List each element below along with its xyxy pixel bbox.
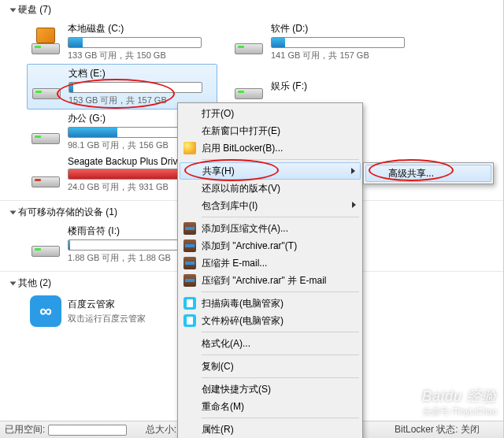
- menu-separator: [202, 354, 359, 355]
- menu-label: 包含到库中(I): [202, 199, 258, 213]
- expand-icon: [10, 281, 17, 285]
- menu-label: 压缩到 "Archive.rar" 并 E-mail: [202, 274, 327, 288]
- menu-label: 在新窗口中打开(E): [202, 124, 280, 138]
- menu-include-library[interactable]: 包含到库中(I): [180, 197, 361, 214]
- drive-icon: [30, 26, 61, 58]
- menu-label: 格式化(A)...: [202, 337, 250, 351]
- menu-separator: [202, 291, 359, 292]
- menu-open[interactable]: 打开(O): [180, 105, 361, 122]
- shield-icon: [183, 142, 196, 154]
- menu-format[interactable]: 格式化(A)...: [180, 335, 361, 352]
- drive-icon: [30, 116, 61, 147]
- drive-label: 文档 (E:): [69, 67, 213, 82]
- menu-share[interactable]: 共享(H): [180, 162, 361, 180]
- menu-label: 创建快捷方式(S): [202, 383, 271, 396]
- menu-separator: [202, 418, 359, 418]
- drive-meta: 141 GB 可用，共 157 GB: [271, 50, 417, 61]
- context-menu: 打开(O) 在新窗口中打开(E) 启用 BitLocker(B)... 共享(H…: [177, 102, 363, 438]
- submenu-advanced-share[interactable]: 高级共享...: [365, 165, 491, 182]
- drive-label: 娱乐 (F:): [271, 80, 417, 95]
- drive-label: 软件 (D:): [271, 22, 417, 37]
- menu-label: 属性(R): [202, 423, 234, 436]
- drive-icon: [30, 228, 61, 260]
- menu-label: 扫描病毒(电脑管家): [202, 297, 284, 310]
- archive-icon: [183, 239, 196, 252]
- expand-icon: [10, 210, 17, 214]
- drive-meta: 133 GB 可用，共 150 GB: [68, 50, 214, 61]
- menu-scan-virus[interactable]: 扫描病毒(电脑管家): [180, 295, 361, 312]
- archive-icon: [183, 274, 196, 287]
- watermark: Baidu 经验 头条号 /TinyLiChao: [422, 387, 497, 418]
- archive-icon: [183, 222, 196, 235]
- chevron-right-icon: [351, 168, 355, 174]
- chevron-right-icon: [352, 202, 356, 208]
- menu-bitlocker[interactable]: 启用 BitLocker(B)...: [180, 139, 361, 157]
- drive-c[interactable]: 本地磁盘 (C:) 133 GB 可用，共 150 GB: [27, 20, 217, 64]
- watermark-text: Baidu 经验: [422, 387, 497, 406]
- menu-label: 添加到 "Archive.rar"(T): [202, 239, 297, 253]
- menu-add-rar[interactable]: 添加到 "Archive.rar"(T): [180, 237, 361, 254]
- drive-icon: [233, 71, 265, 102]
- archive-icon: [183, 257, 196, 269]
- menu-label: 共享(H): [202, 165, 235, 178]
- drive-icon: [233, 26, 265, 58]
- menu-label: 打开(O): [202, 107, 234, 121]
- drive-icon: [30, 159, 61, 191]
- menu-create-shortcut[interactable]: 创建快捷方式(S): [180, 380, 361, 398]
- usage-bar: [271, 37, 405, 48]
- menu-open-new-window[interactable]: 在新窗口中打开(E): [180, 122, 361, 139]
- menu-properties[interactable]: 属性(R): [180, 421, 361, 438]
- shield-icon: [183, 314, 196, 327]
- menu-rename[interactable]: 重命名(M): [180, 398, 361, 415]
- status-text: 已用空间:: [5, 424, 45, 435]
- watermark-text: 头条号 /TinyLiChao: [422, 406, 497, 418]
- section-title: 有可移动存储的设备 (1): [18, 206, 117, 219]
- status-bitlocker: BitLocker 状态: 关闭: [395, 423, 480, 436]
- menu-label: 重命名(M): [202, 400, 244, 414]
- menu-zip-rar-email[interactable]: 压缩到 "Archive.rar" 并 E-mail: [180, 272, 361, 289]
- menu-separator: [202, 217, 359, 217]
- menu-separator: [202, 332, 359, 332]
- section-header-hdd[interactable]: 硬盘 (7): [0, 0, 503, 20]
- menu-separator: [202, 377, 359, 378]
- menu-label: 添加到压缩文件(A)...: [202, 222, 288, 236]
- menu-label: 高级共享...: [388, 167, 434, 180]
- status-usage-bar: [48, 425, 127, 436]
- baidu-cloud-icon: ∞: [30, 295, 61, 327]
- menu-file-shred[interactable]: 文件粉碎(电脑管家): [180, 312, 361, 329]
- drive-label: 本地磁盘 (C:): [68, 22, 214, 37]
- drive-d[interactable]: 软件 (D:) 141 GB 可用，共 157 GB: [230, 20, 421, 64]
- menu-label: 压缩并 E-mail...: [202, 257, 267, 270]
- drive-icon: [31, 71, 62, 102]
- menu-add-archive[interactable]: 添加到压缩文件(A)...: [180, 220, 361, 237]
- expand-icon: [10, 8, 17, 12]
- section-title: 硬盘 (7): [18, 3, 51, 17]
- menu-restore-versions[interactable]: 还原以前的版本(V): [180, 180, 361, 197]
- share-submenu: 高级共享...: [363, 162, 494, 184]
- menu-zip-email[interactable]: 压缩并 E-mail...: [180, 254, 361, 272]
- menu-label: 复制(C): [202, 360, 234, 373]
- usage-bar: [69, 82, 202, 93]
- menu-copy[interactable]: 复制(C): [180, 358, 361, 375]
- menu-separator: [202, 159, 359, 160]
- usage-bar: [68, 37, 202, 48]
- section-title: 其他 (2): [18, 277, 51, 290]
- menu-label: 文件粉碎(电脑管家): [202, 314, 284, 328]
- shield-icon: [183, 297, 196, 310]
- menu-label: 启用 BitLocker(B)...: [202, 142, 283, 155]
- menu-label: 还原以前的版本(V): [202, 182, 280, 195]
- status-used-label: 已用空间:: [5, 423, 127, 436]
